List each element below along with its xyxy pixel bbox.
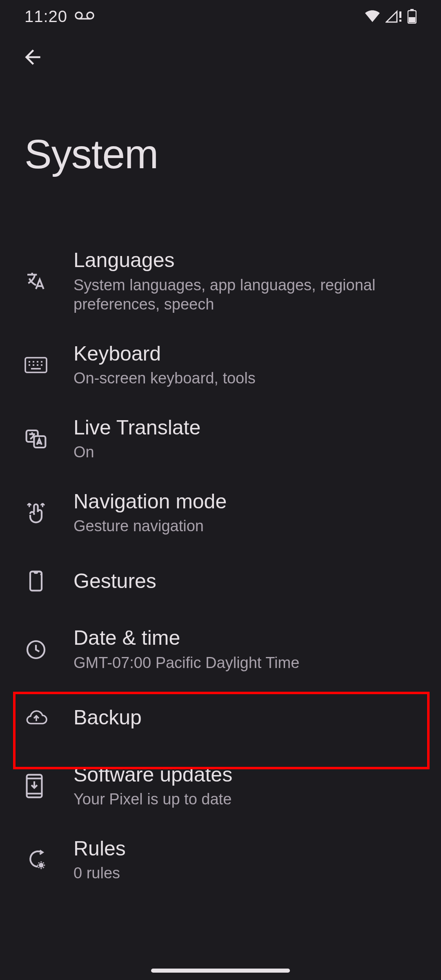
clock-icon bbox=[24, 638, 47, 661]
swipe-icon bbox=[24, 501, 47, 524]
arrow-back-icon bbox=[21, 46, 44, 69]
status-time: 11:20 bbox=[24, 7, 67, 26]
item-title: Gestures bbox=[74, 564, 425, 599]
signal-alert-icon bbox=[385, 10, 403, 23]
gestures-icon bbox=[24, 570, 47, 592]
item-subtitle: System languages, app languages, regiona… bbox=[74, 276, 425, 314]
phone-update-icon bbox=[24, 774, 44, 798]
svg-rect-7 bbox=[409, 17, 415, 22]
svg-point-21 bbox=[40, 574, 42, 576]
item-title: Date & time bbox=[74, 626, 425, 650]
item-navigation-mode[interactable]: Navigation mode Gesture navigation bbox=[0, 476, 441, 550]
wifi-icon bbox=[364, 10, 381, 23]
svg-rect-20 bbox=[30, 572, 42, 591]
item-backup[interactable]: Backup bbox=[0, 686, 441, 749]
item-date-time[interactable]: Date & time GMT-07:00 Pacific Daylight T… bbox=[0, 612, 441, 686]
svg-point-0 bbox=[76, 12, 82, 19]
screen: 11:20 bbox=[0, 0, 441, 980]
item-keyboard[interactable]: Keyboard On-screen keyboard, tools bbox=[0, 328, 441, 402]
page-title: System bbox=[0, 82, 441, 178]
item-title: Software updates bbox=[74, 763, 425, 787]
item-gestures[interactable]: Gestures bbox=[0, 550, 441, 613]
item-title: Keyboard bbox=[74, 342, 425, 366]
status-bar: 11:20 bbox=[0, 0, 441, 33]
cloud-upload-icon bbox=[24, 709, 48, 727]
item-rules[interactable]: Rules 0 rules bbox=[0, 823, 441, 897]
item-subtitle: Your Pixel is up to date bbox=[74, 790, 425, 809]
svg-rect-3 bbox=[399, 11, 401, 18]
svg-point-26 bbox=[39, 863, 44, 868]
item-title: Rules bbox=[74, 837, 425, 861]
settings-list: Languages System languages, app language… bbox=[0, 178, 441, 897]
keyboard-icon bbox=[24, 357, 47, 373]
gesture-nav-pill[interactable] bbox=[151, 969, 290, 973]
voicemail-icon bbox=[75, 11, 94, 22]
item-title: Live Translate bbox=[74, 416, 425, 440]
svg-rect-8 bbox=[25, 358, 47, 372]
item-live-translate[interactable]: Live Translate On bbox=[0, 402, 441, 476]
translate-icon bbox=[24, 270, 47, 293]
item-title: Navigation mode bbox=[74, 490, 425, 514]
battery-icon bbox=[408, 9, 416, 24]
live-translate-icon bbox=[24, 428, 47, 450]
item-software-updates[interactable]: Software updates Your Pixel is up to dat… bbox=[0, 749, 441, 823]
svg-point-1 bbox=[87, 12, 94, 19]
item-subtitle: 0 rules bbox=[74, 864, 425, 883]
item-subtitle: On bbox=[74, 443, 425, 462]
item-title: Backup bbox=[74, 700, 425, 735]
rules-icon bbox=[24, 849, 47, 871]
status-left: 11:20 bbox=[24, 7, 94, 26]
item-subtitle: GMT-07:00 Pacific Daylight Time bbox=[74, 653, 425, 673]
item-languages[interactable]: Languages System languages, app language… bbox=[0, 235, 441, 328]
item-subtitle: On-screen keyboard, tools bbox=[74, 369, 425, 388]
item-subtitle: Gesture navigation bbox=[74, 517, 425, 536]
app-bar bbox=[0, 33, 441, 82]
item-title: Languages bbox=[74, 249, 425, 272]
back-button[interactable] bbox=[16, 41, 49, 74]
status-right bbox=[364, 9, 416, 24]
svg-rect-4 bbox=[399, 20, 401, 22]
